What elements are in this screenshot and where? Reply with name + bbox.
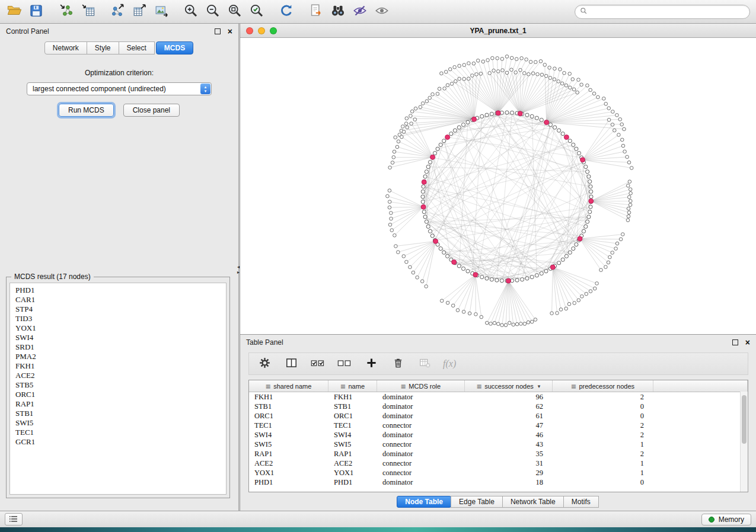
table-row[interactable]: STB1STB1dominator620 xyxy=(249,402,748,411)
save-session-button[interactable] xyxy=(28,4,44,20)
scrollbar-thumb[interactable] xyxy=(742,395,747,444)
refresh-button[interactable] xyxy=(278,4,295,20)
zoom-selected-button[interactable] xyxy=(248,4,265,20)
minimize-window-button[interactable] xyxy=(258,27,265,34)
deselect-all-rows-button[interactable] xyxy=(336,355,353,372)
close-panel-button[interactable]: Close panel xyxy=(123,104,180,117)
mcds-result-item[interactable]: STP4 xyxy=(10,305,226,314)
zoom-group xyxy=(183,4,265,20)
mcds-result-item[interactable]: YOX1 xyxy=(10,323,226,333)
task-history-button[interactable] xyxy=(5,513,23,525)
table-row[interactable]: ACE2ACE2connector311 xyxy=(249,459,748,468)
import-network-button[interactable] xyxy=(58,4,74,20)
mcds-result-item[interactable]: SWI5 xyxy=(10,418,226,428)
zoom-out-button[interactable] xyxy=(205,4,221,20)
open-file-button[interactable] xyxy=(6,4,23,20)
select-all-rows-button[interactable] xyxy=(310,355,326,372)
cell-successor-nodes: 31 xyxy=(465,459,553,468)
cell-name: PHD1 xyxy=(328,477,377,487)
export-image-button[interactable] xyxy=(153,4,170,20)
sort-chevron-icon: ▾ xyxy=(538,383,541,389)
table-row[interactable]: ORC1ORC1dominator610 xyxy=(249,411,748,421)
mcds-result-item[interactable]: PHD1 xyxy=(10,286,226,295)
show-graphics-details-button[interactable] xyxy=(374,4,390,20)
float-table-panel-icon[interactable] xyxy=(732,339,738,345)
tab-motifs[interactable]: Motifs xyxy=(563,496,599,508)
network-view-titlebar[interactable]: YPA_prune.txt_1 xyxy=(240,24,756,38)
mcds-result-item[interactable]: STB5 xyxy=(10,380,226,390)
zoom-in-button[interactable] xyxy=(183,4,199,20)
column-header-shared-name[interactable]: ▦shared name xyxy=(249,380,328,392)
cell-name: SWI4 xyxy=(328,430,377,440)
maximize-window-button[interactable] xyxy=(270,27,277,34)
table-row[interactable]: SWI4SWI4dominator462 xyxy=(249,430,748,440)
float-panel-icon[interactable] xyxy=(215,28,221,34)
mcds-result-item[interactable]: FKH1 xyxy=(10,361,226,371)
table-scrollbar[interactable] xyxy=(740,392,748,492)
add-column-button[interactable] xyxy=(363,355,379,372)
close-window-button[interactable] xyxy=(246,27,253,34)
search-network-button[interactable] xyxy=(330,4,346,20)
mcds-result-item[interactable]: CAR1 xyxy=(10,295,226,305)
export-table-button[interactable] xyxy=(131,4,148,20)
mcds-result-item[interactable]: ORC1 xyxy=(10,390,226,399)
tab-network[interactable]: Network xyxy=(44,41,87,55)
column-header-successor-nodes[interactable]: ▦successor nodes▾ xyxy=(465,380,553,392)
mcds-result-item[interactable]: ACE2 xyxy=(10,371,226,380)
cell-name: ORC1 xyxy=(328,411,377,421)
tab-network-table[interactable]: Network Table xyxy=(502,496,564,508)
mcds-result-item[interactable]: TEC1 xyxy=(10,428,226,437)
run-mcds-button[interactable]: Run MCDS xyxy=(59,104,114,117)
tab-style[interactable]: Style xyxy=(87,41,119,55)
table-row[interactable]: RAP1RAP1dominator352 xyxy=(249,449,748,459)
mcds-result-item[interactable]: RAP1 xyxy=(10,399,226,409)
mcds-result-item[interactable]: SRD1 xyxy=(10,342,226,352)
mcds-result-item[interactable]: SWI4 xyxy=(10,333,226,342)
unchecked-boxes-icon xyxy=(337,357,352,371)
expand-right-icon[interactable]: ▸ xyxy=(237,270,240,275)
cell-mcds-role: connector xyxy=(377,440,465,449)
cell-filler xyxy=(653,411,748,421)
show-columns-button[interactable] xyxy=(283,355,299,372)
table-row[interactable]: FKH1FKH1dominator962 xyxy=(249,392,748,402)
export-network-button[interactable] xyxy=(109,4,126,20)
cell-filler xyxy=(653,402,748,411)
column-header-name[interactable]: ▦name xyxy=(328,380,377,392)
hide-graphics-details-button[interactable] xyxy=(352,4,368,20)
table-row[interactable]: TEC1TEC1connector472 xyxy=(249,421,748,430)
tab-node-table[interactable]: Node Table xyxy=(397,496,451,508)
tab-edge-table[interactable]: Edge Table xyxy=(451,496,503,508)
delete-column-button[interactable] xyxy=(390,355,406,372)
cell-mcds-role: dominator xyxy=(377,411,465,421)
panel-splitter[interactable]: ◂▸ xyxy=(235,264,241,275)
mcds-result-list[interactable]: PHD1CAR1STP4TID3YOX1SWI4SRD1PMA2FKH1ACE2… xyxy=(9,283,227,495)
zoom-fit-button[interactable] xyxy=(227,4,243,20)
optimization-criterion-dropdown[interactable]: largest connected component (undirected)… xyxy=(27,82,212,95)
table-row[interactable]: PHD1PHD1dominator180 xyxy=(249,477,748,487)
column-header-mcds-role[interactable]: ▦MCDS role xyxy=(377,380,465,392)
close-panel-icon[interactable]: × xyxy=(228,28,232,34)
table-row[interactable]: SWI5SWI5connector431 xyxy=(249,440,748,449)
cell-name: ACE2 xyxy=(328,459,377,468)
file-group xyxy=(6,4,44,20)
cell-filler xyxy=(653,430,748,440)
mcds-result-item[interactable]: PMA2 xyxy=(10,352,226,361)
memory-button[interactable]: Memory xyxy=(701,514,751,525)
mcds-result-item[interactable]: TID3 xyxy=(10,314,226,323)
cell-name: YOX1 xyxy=(328,468,377,477)
mcds-result-item[interactable]: GCR1 xyxy=(10,437,226,447)
close-table-panel-icon[interactable]: × xyxy=(745,339,750,345)
mcds-result-item[interactable]: STB1 xyxy=(10,409,226,418)
import-table-button[interactable] xyxy=(79,4,96,20)
column-header-predecessor-nodes[interactable]: ▦predecessor nodes xyxy=(553,380,653,392)
search-input[interactable] xyxy=(591,7,745,17)
tab-select[interactable]: Select xyxy=(119,41,155,55)
export-table-icon xyxy=(133,4,146,20)
share-document-button[interactable] xyxy=(308,4,324,20)
tab-mcds[interactable]: MCDS xyxy=(156,41,193,55)
network-canvas[interactable] xyxy=(240,38,756,334)
table-row[interactable]: YOX1YOX1connector291 xyxy=(249,468,748,477)
table-settings-button[interactable] xyxy=(256,355,273,372)
collapse-left-icon[interactable]: ◂ xyxy=(237,264,240,270)
search-box[interactable] xyxy=(575,5,750,19)
